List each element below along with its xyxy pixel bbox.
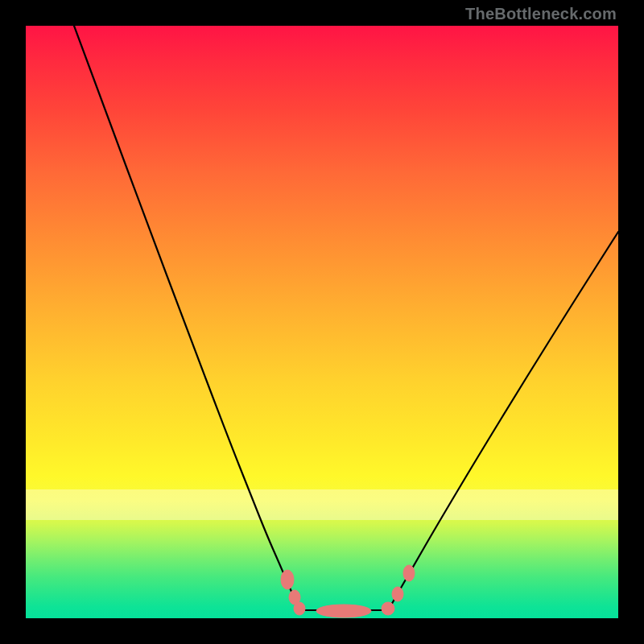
chart-svg [26,26,618,618]
marker-0 [281,570,294,589]
marker-layer [281,565,415,617]
marker-5 [392,587,403,601]
marker-2 [294,602,305,615]
series-right-branch [388,232,618,610]
curve-layer [74,26,618,610]
marker-3 [316,605,371,617]
series-left-branch [74,26,299,610]
attribution-label: TheBottleneck.com [465,5,617,23]
marker-4 [382,602,394,615]
chart-frame: TheBottleneck.com [0,0,644,644]
marker-6 [403,565,415,581]
plot-area [26,26,618,618]
